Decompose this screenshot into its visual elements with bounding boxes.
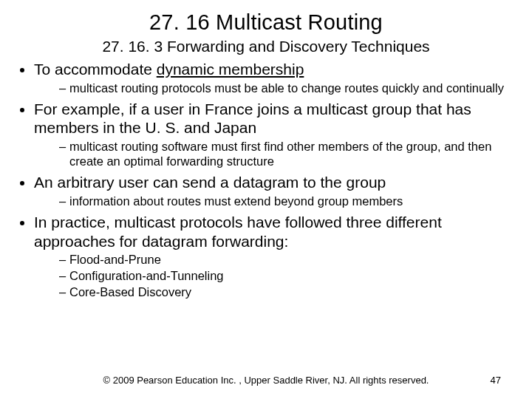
sub-list: information about routes must extend bey… xyxy=(34,194,511,208)
page-number: 47 xyxy=(491,375,501,386)
bullet-list: To accommodate dynamic membership multic… xyxy=(21,60,511,300)
bullet-item: An arbitrary user can send a datagram to… xyxy=(34,173,511,208)
bullet-item: For example, if a user in France joins a… xyxy=(34,100,511,168)
bullet-emph: dynamic membership xyxy=(157,61,304,78)
footer-copyright: © 2009 Pearson Education Inc. , Upper Sa… xyxy=(0,375,532,386)
sub-list: Flood-and-Prune Configuration-and-Tunnel… xyxy=(34,252,511,299)
bullet-item: In practice, multicast protocols have fo… xyxy=(34,213,511,300)
sub-item: Core-Based Discovery xyxy=(59,284,511,299)
sub-item: multicast routing software must first fi… xyxy=(59,139,511,168)
bullet-text: For example, if a user in France joins a… xyxy=(34,100,471,137)
sub-list: multicast routing protocols must be able… xyxy=(34,81,511,95)
slide-subtitle: 27. 16. 3 Forwarding and Discovery Techn… xyxy=(21,38,511,55)
bullet-item: To accommodate dynamic membership multic… xyxy=(34,60,511,95)
sub-item: Flood-and-Prune xyxy=(59,252,511,267)
sub-item: Configuration-and-Tunneling xyxy=(59,268,511,283)
bullet-text: An arbitrary user can send a datagram to… xyxy=(34,174,386,191)
sub-list: multicast routing software must first fi… xyxy=(34,139,511,168)
sub-item: information about routes must extend bey… xyxy=(59,194,511,208)
sub-item: multicast routing protocols must be able… xyxy=(59,81,511,95)
bullet-text: To accommodate xyxy=(34,61,157,78)
bullet-text: In practice, multicast protocols have fo… xyxy=(34,214,442,250)
slide: 27. 16 Multicast Routing 27. 16. 3 Forwa… xyxy=(0,0,532,399)
slide-title: 27. 16 Multicast Routing xyxy=(21,10,511,35)
